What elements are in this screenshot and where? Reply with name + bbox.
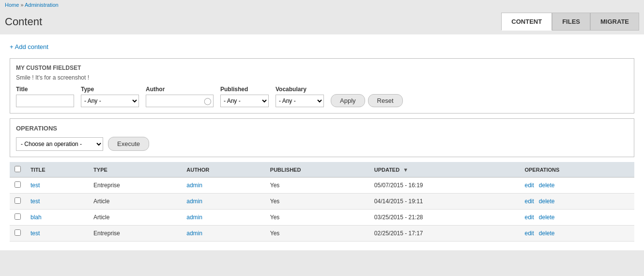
row-checkbox[interactable] <box>15 213 21 220</box>
row-title: test <box>26 194 89 210</box>
row-checkbox-cell <box>10 194 26 210</box>
filter-author-group: Author ◯ <box>146 86 214 107</box>
th-operations: OPERATIONS <box>520 162 634 178</box>
filter-title-label: Title <box>16 86 74 93</box>
operations-box: OPERATIONS - Choose an operation - Delet… <box>10 118 634 157</box>
row-updated: 03/25/2015 - 21:28 <box>369 210 520 226</box>
row-checkbox[interactable] <box>15 197 21 204</box>
row-published: Yes <box>265 226 369 242</box>
row-operations: edit delete <box>520 194 634 210</box>
row-delete-link[interactable]: delete <box>539 198 555 205</box>
row-title: blah <box>26 210 89 226</box>
row-author: admin <box>182 210 265 226</box>
row-updated: 04/14/2015 - 19:11 <box>369 194 520 210</box>
row-operations: edit delete <box>520 210 634 226</box>
th-checkbox <box>10 162 26 178</box>
filter-type-label: Type <box>81 86 139 93</box>
row-author: admin <box>182 226 265 242</box>
filter-fieldset: MY CUSTOM FIELDSET Smile ! It's for a sc… <box>10 58 634 114</box>
operations-title: OPERATIONS <box>16 125 628 132</box>
content-table-wrap: TITLE TYPE AUTHOR PUBLISHED UPDATED ▼ OP… <box>10 162 634 242</box>
sort-arrow-icon: ▼ <box>403 167 408 173</box>
filter-published-group: Published - Any - Yes No <box>220 86 269 107</box>
table-row: test Article admin Yes 04/14/2015 - 19:1… <box>10 194 634 210</box>
th-type: TYPE <box>89 162 182 178</box>
breadcrumb-admin[interactable]: Administration <box>25 2 59 8</box>
content-area: + Add content MY CUSTOM FIELDSET Smile !… <box>0 34 644 250</box>
filter-vocabulary-group: Vocabulary - Any - <box>276 86 324 107</box>
row-author: admin <box>182 178 265 194</box>
row-author-link[interactable]: admin <box>186 182 202 189</box>
row-title: test <box>26 178 89 194</box>
select-all-checkbox[interactable] <box>15 166 21 172</box>
row-checkbox-cell <box>10 210 26 226</box>
page-header: Content CONTENT FILES MIGRATE <box>0 10 644 34</box>
fieldset-description: Smile ! It's for a screenshot ! <box>16 74 628 81</box>
filter-vocabulary-select[interactable]: - Any - <box>276 95 324 107</box>
filter-author-label: Author <box>146 86 214 93</box>
content-table: TITLE TYPE AUTHOR PUBLISHED UPDATED ▼ OP… <box>10 162 634 242</box>
operations-row: - Choose an operation - Delete selected … <box>16 137 628 151</box>
row-updated: 05/07/2015 - 16:19 <box>369 178 520 194</box>
row-author: admin <box>182 194 265 210</box>
row-updated: 02/25/2015 - 17:17 <box>369 226 520 242</box>
breadcrumb: Home » Administration <box>0 0 644 10</box>
row-title-link[interactable]: test <box>31 230 40 237</box>
row-type: Entreprise <box>89 178 182 194</box>
th-updated[interactable]: UPDATED ▼ <box>369 162 520 178</box>
filter-published-label: Published <box>220 86 269 93</box>
breadcrumb-home[interactable]: Home <box>5 2 19 8</box>
filter-buttons-group: Apply Reset <box>331 94 403 107</box>
row-published: Yes <box>265 210 369 226</box>
row-delete-link[interactable]: delete <box>539 182 555 189</box>
filter-title-group: Title <box>16 86 74 107</box>
filter-row: Title Type - Any - Article Entreprise Au… <box>16 86 628 107</box>
table-body: test Entreprise admin Yes 05/07/2015 - 1… <box>10 178 634 242</box>
row-type: Article <box>89 194 182 210</box>
operation-select[interactable]: - Choose an operation - Delete selected … <box>16 137 103 151</box>
th-published: PUBLISHED <box>265 162 369 178</box>
row-type: Article <box>89 210 182 226</box>
row-checkbox[interactable] <box>15 181 21 188</box>
row-edit-link[interactable]: edit <box>524 230 534 237</box>
filter-type-select[interactable]: - Any - Article Entreprise <box>81 95 139 107</box>
row-author-link[interactable]: admin <box>186 230 202 237</box>
row-author-link[interactable]: admin <box>186 214 202 221</box>
row-published: Yes <box>265 194 369 210</box>
tab-content[interactable]: CONTENT <box>501 13 552 31</box>
row-delete-link[interactable]: delete <box>539 214 555 221</box>
row-title-link[interactable]: test <box>31 182 40 189</box>
row-edit-link[interactable]: edit <box>524 182 534 189</box>
row-title-link[interactable]: blah <box>31 214 42 221</box>
table-header-row: TITLE TYPE AUTHOR PUBLISHED UPDATED ▼ OP… <box>10 162 634 178</box>
table-row: test Entreprise admin Yes 02/25/2015 - 1… <box>10 226 634 242</box>
th-title[interactable]: TITLE <box>26 162 89 178</box>
execute-button[interactable]: Execute <box>108 137 149 151</box>
table-row: blah Article admin Yes 03/25/2015 - 21:2… <box>10 210 634 226</box>
table-row: test Entreprise admin Yes 05/07/2015 - 1… <box>10 178 634 194</box>
filter-author-wrap: ◯ <box>146 95 214 107</box>
apply-button[interactable]: Apply <box>331 94 365 107</box>
row-checkbox-cell <box>10 178 26 194</box>
filter-published-select[interactable]: - Any - Yes No <box>220 95 269 107</box>
row-checkbox[interactable] <box>15 229 21 236</box>
row-checkbox-cell <box>10 226 26 242</box>
tab-migrate[interactable]: MIGRATE <box>590 13 639 31</box>
row-title-link[interactable]: test <box>31 198 40 205</box>
row-edit-link[interactable]: edit <box>524 198 534 205</box>
filter-vocabulary-label: Vocabulary <box>276 86 324 93</box>
row-title: test <box>26 226 89 242</box>
tab-files[interactable]: FILES <box>552 13 590 31</box>
add-content-link[interactable]: + Add content <box>10 43 48 50</box>
page-title: Content <box>5 16 42 28</box>
row-edit-link[interactable]: edit <box>524 214 534 221</box>
filter-title-input[interactable] <box>16 95 74 107</box>
row-operations: edit delete <box>520 178 634 194</box>
reset-button[interactable]: Reset <box>368 94 403 107</box>
filter-author-input[interactable] <box>146 95 214 107</box>
row-author-link[interactable]: admin <box>186 198 202 205</box>
th-author: AUTHOR <box>182 162 265 178</box>
fieldset-title: MY CUSTOM FIELDSET <box>16 65 628 71</box>
row-delete-link[interactable]: delete <box>539 230 555 237</box>
author-search-icon: ◯ <box>204 97 212 105</box>
